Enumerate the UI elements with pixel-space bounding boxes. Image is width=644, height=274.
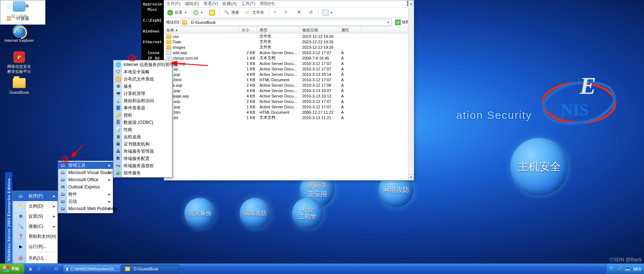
menu-help[interactable]: 帮助(H): [260, 1, 275, 7]
start-search[interactable]: 🔍搜索(C): [13, 221, 57, 231]
table-row[interactable]: del.asp1 KBActive Server Docu...2010-3-1…: [164, 61, 414, 66]
file-type: Active Server Docu...: [257, 51, 300, 55]
desktop-icon-nis[interactable]: e 网络信息安全 教学实验平台: [3, 51, 35, 74]
programs-submenu[interactable]: 🗂管理工具 🗂Microsoft Visual Studio 6.0 🗂Micr…: [58, 161, 113, 213]
programs-vs6[interactable]: 🗂Microsoft Visual Studio 6.0: [58, 169, 113, 176]
back-button[interactable]: ←后退 ▼: [166, 9, 189, 16]
taskbar-task-cmd[interactable]: ▮C:\WINDOWS\system32...: [63, 265, 121, 273]
programs-accessories[interactable]: 🗂附件: [58, 191, 113, 198]
scroll-down-icon[interactable]: ▼: [408, 174, 414, 180]
item-label: 关机(U)...: [29, 255, 47, 261]
start-help[interactable]: ❓帮助和支持(H): [13, 231, 57, 242]
tray-icon[interactable]: 🔊: [617, 266, 623, 272]
menu-fav[interactable]: 收藏(A): [222, 1, 237, 7]
up-button[interactable]: [208, 9, 216, 16]
desktop-icon: 🖥: [28, 267, 32, 271]
table-row[interactable]: .htm4 KBHTML Document2008-12-17 11:22A: [164, 109, 414, 115]
column-date[interactable]: 修改日期: [300, 27, 339, 33]
table-row[interactable]: chinaz.com.txt1 KB文本文档2008-7-8 16:45A: [164, 55, 414, 61]
table-row[interactable]: .html1 KBHTML Document2010-3-12 17:07A: [164, 77, 414, 82]
table-row[interactable]: Date文件夹2023-12-22 19:26: [164, 39, 414, 44]
admin-tsmgr[interactable]: 🖧终端服务管理器: [113, 148, 172, 155]
start-documents[interactable]: 📁文档(D): [13, 201, 57, 211]
admin-rras[interactable]: 📡路由和远程访问: [113, 97, 172, 104]
table-row[interactable]: imsges文件夹2023-12-22 19:26: [164, 44, 414, 50]
start-button[interactable]: 开始: [0, 264, 24, 274]
menu-view[interactable]: 查看(V): [203, 1, 218, 7]
desktop-icon-ie[interactable]: Internet Explorer: [3, 25, 35, 43]
search-icon: 🔍: [224, 10, 230, 16]
ql-ie[interactable]: ⓔ: [35, 265, 42, 273]
column-attr[interactable]: 属性: [339, 27, 361, 33]
ql-security[interactable]: 🛡: [52, 265, 60, 273]
event-icon: 📘: [115, 105, 121, 111]
system-tray[interactable]: 🛡 🔊 💻 18:5: [606, 264, 644, 274]
admin-comsvc[interactable]: 🧩组件服务: [113, 169, 172, 177]
table-row[interactable]: .asp4 KBActive Server Docu...2010-3-13 1…: [164, 71, 414, 77]
search-button[interactable]: 🔍搜索: [223, 9, 241, 16]
undo-button[interactable]: ↺: [306, 9, 315, 16]
admin-tools-submenu[interactable]: 🌐Internet 信息服务(IIS)管理器 🛡本地安全策略 🔀分布式文件系统 …: [113, 60, 172, 178]
column-type[interactable]: 类型: [257, 27, 300, 33]
menu-file[interactable]: 文件(F): [166, 1, 180, 7]
table-row[interactable]: .asp1 KBActive Server Docu...2010-3-12 1…: [164, 104, 414, 109]
start-run[interactable]: ▶运行(R)...: [13, 242, 57, 252]
clock[interactable]: 18:5: [633, 267, 641, 271]
admin-localsec[interactable]: 🛡本地安全策略: [113, 68, 172, 75]
column-name[interactable]: 名称 ▲: [164, 27, 239, 33]
start-shutdown[interactable]: ⏻关机(U)...: [13, 253, 57, 263]
chevron-down-icon[interactable]: ▼: [387, 21, 390, 24]
table-row[interactable]: .txt1 KB文本文档2010-3-13 11:21A: [164, 115, 414, 120]
admin-eventvwr[interactable]: 📘事件查看器: [113, 104, 172, 112]
desktop-icon-network[interactable]: 网上邻居: [3, 0, 35, 19]
forward-button[interactable]: →▼: [192, 9, 205, 16]
admin-tscfg[interactable]: 🛠终端服务配置: [113, 155, 172, 162]
programs-office[interactable]: 🗂Microsoft Office: [58, 176, 113, 183]
admin-dfs[interactable]: 🔀分布式文件系统: [113, 75, 172, 83]
start-programs[interactable]: 🗂程序(P): [13, 191, 57, 201]
ql-desktop[interactable]: 🖥: [26, 265, 34, 273]
admin-odbc[interactable]: 🗄数据源 (ODBC): [113, 119, 172, 126]
moveto-button[interactable]: ➩: [272, 9, 280, 16]
tray-icon[interactable]: 💻: [625, 266, 631, 272]
admin-mstsc[interactable]: 🖥远程桌面: [113, 133, 172, 140]
explorer-window[interactable]: 文件(F) 编辑(E) 查看(V) 收藏(A) 工具(T) 帮助(H) ←后退 …: [164, 0, 414, 181]
programs-webpub[interactable]: 🗂Microsoft Web Publishing: [58, 205, 113, 212]
table-row[interactable]: .asp2 KBActive Server Docu...2010-3-12 1…: [164, 99, 414, 104]
file-name: .html: [173, 78, 181, 82]
table-row[interactable]: sage.asp4 KBActive Server Docu...2010-3-…: [164, 93, 414, 99]
admin-perf[interactable]: 📊性能: [113, 126, 172, 133]
column-size[interactable]: 大小: [239, 27, 257, 33]
table-row[interactable]: css文件夹2023-12-22 19:26: [164, 34, 414, 39]
admin-compmgmt[interactable]: 💻计算机管理: [113, 90, 172, 97]
address-input[interactable]: [190, 20, 385, 25]
folders-button[interactable]: 🗂文件夹: [244, 9, 266, 16]
admin-ca[interactable]: 🏛证书颁发机构: [113, 140, 172, 148]
table-row[interactable]: x.asp2 KBActive Server Docu...2010-3-12 …: [164, 82, 414, 88]
file-list[interactable]: css文件夹2023-12-22 19:26Date文件夹2023-12-22 …: [164, 34, 414, 180]
table-row[interactable]: add.asp2 KBActive Server Docu...2010-3-1…: [164, 50, 414, 55]
admin-tslic[interactable]: 🗝终端服务器授权: [113, 162, 172, 169]
menu-tools[interactable]: 工具(T): [241, 1, 255, 7]
desktop-icon-guestbook[interactable]: GuestBook: [3, 77, 35, 95]
admin-services[interactable]: ⚙服务: [113, 83, 172, 90]
tray-icon[interactable]: 🛡: [609, 266, 615, 272]
admin-iis[interactable]: 🌐Internet 信息服务(IIS)管理器: [113, 61, 172, 68]
programs-outlook[interactable]: ✉Outlook Express: [58, 183, 113, 191]
start-settings[interactable]: ⚙设置(S): [13, 211, 57, 221]
ql-nis[interactable]: e: [44, 265, 51, 273]
file-type: Active Server Docu...: [257, 88, 300, 93]
table-row[interactable]: .asp4 KBActive Server Docu...2010-3-13 1…: [164, 88, 414, 93]
programs-admin-tools[interactable]: 🗂管理工具: [58, 162, 113, 169]
address-field[interactable]: ▼: [181, 19, 391, 26]
menu-edit[interactable]: 编辑(E): [185, 1, 199, 7]
scrollbar[interactable]: ▲ ▼: [408, 34, 414, 180]
taskbar-task-guestbook[interactable]: D:\GuestBook: [122, 265, 180, 273]
delete-button[interactable]: ✕: [295, 9, 304, 16]
table-row[interactable]: .sp1 KBActive Server Docu...2010-3-12 17…: [164, 66, 414, 71]
start-menu[interactable]: 🗂程序(P) 📁文档(D) ⚙设置(S) 🔍搜索(C) ❓帮助和支持(H) ▶运…: [12, 191, 58, 264]
programs-startup[interactable]: 🗂启动: [58, 198, 113, 205]
admin-license[interactable]: 🔑授权: [113, 112, 172, 119]
copyto-button[interactable]: ⎘: [283, 9, 292, 16]
views-button[interactable]: ▼: [321, 9, 335, 16]
